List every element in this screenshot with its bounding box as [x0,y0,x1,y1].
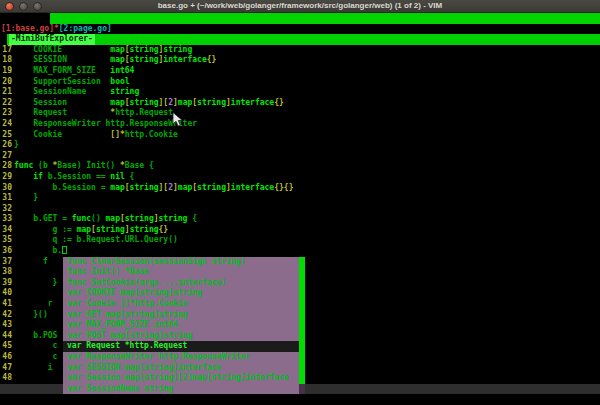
code-text: SupportSession bool [14,77,130,88]
code-line[interactable]: 30 b.Session = map[string][2]map[string]… [0,183,600,194]
completion-item[interactable]: var SESSION map[string]interface [63,363,299,374]
tabline-fill [50,13,600,24]
code-text: r [14,299,53,310]
line-number: 31 [0,193,12,204]
line-number: 45 [0,341,12,352]
code-line[interactable]: 18 SESSION map[string]interface{} [0,55,600,66]
block-cursor [62,246,67,254]
line-number: 25 [0,130,12,141]
command-line: -- 全能补全 (^O^N^P) 匹配 9 / 14 [0,394,600,405]
code-text: SessionName string [14,87,139,98]
line-number: 46 [0,352,12,363]
code-text: } [14,140,19,151]
line-number: 35 [0,235,12,246]
code-line[interactable]: 35 q := b.Request.URL.Query() [0,235,600,246]
code-line[interactable]: 17 COOKIE map[string]string [0,45,600,56]
code-text: Cookie []*http.Cookie [14,130,178,141]
line-number: 41 [0,299,12,310]
completion-item[interactable]: var Session map[string][2]map[string]int… [63,373,299,384]
buffer-tab-base-go[interactable]: [1:base.go]* [1,24,59,33]
completion-item[interactable]: var SessionName string [63,384,299,395]
code-line[interactable]: 28func (b *Base) Init() *Base { [0,161,600,172]
code-line[interactable]: 25 Cookie []*http.Cookie [0,130,600,141]
code-line[interactable]: 26} [0,140,600,151]
code-text: if b.Session == nil { [14,172,134,183]
tabline: 2+ base.go [0,13,600,24]
code-line[interactable]: 29 if b.Session == nil { [0,172,600,183]
completion-item[interactable]: func ClearSession(sessionSign string) [63,257,299,268]
code-text: Request *http.Request [14,108,173,119]
code-text: b.GET = func() map[string]string { [14,214,197,225]
code-line[interactable]: 22 Session map[string][2]map[string]inte… [0,98,600,109]
code-text: }() [14,310,48,321]
line-number: 43 [0,320,12,331]
code-text: } [14,193,38,204]
line-number: 34 [0,225,12,236]
completion-item[interactable]: var COOKIE map[string]string [63,288,299,299]
completion-item[interactable]: var GET map[string]string [63,310,299,321]
code-text: i [14,363,53,374]
line-number: 28 [0,161,12,172]
code-line[interactable]: 24 ResponseWriter http.ResponseWriter [0,119,600,130]
maximize-icon[interactable] [33,2,42,11]
line-number: 42 [0,310,12,321]
completion-item[interactable]: func SetCookie(args ...interface) [63,278,299,289]
code-text: c [14,341,57,352]
title-bar[interactable]: base.go + (~/work/web/golanger/framework… [0,0,600,13]
mouse-pointer-icon [172,112,184,128]
buffer-tab-page-go[interactable]: [2:page.go] [59,24,112,33]
minibuf-statusline-bar [7,34,600,45]
completion-item[interactable]: var MAX_FORM_SIZE int64 [63,320,299,331]
line-number: 27 [0,151,12,162]
line-number: 29 [0,172,12,183]
completion-item[interactable]: var POST map[string]string [63,331,299,342]
minibuf-statusline: 6 -MiniBufExplorer- [-] [none,utf-8,unix… [0,34,600,45]
code-text: f [14,257,48,268]
line-number: 23 [0,108,12,119]
code-text: b.POS [14,331,57,342]
completion-item[interactable]: func Init() *Base [63,267,299,278]
code-line[interactable]: 23 Request *http.Request [0,108,600,119]
code-text: } [14,278,57,289]
line-number: 22 [0,98,12,109]
code-text: SESSION map[string]interface{} [14,55,216,66]
completion-item[interactable]: var Cookie []*http.Cookie [63,299,299,310]
completion-item[interactable]: var Request *http.Request [63,341,305,352]
code-text: COOKIE map[string]string [14,45,192,56]
code-line[interactable]: 27 [0,151,600,162]
line-number: 36 [0,246,12,257]
code-text: func (b *Base) Init() *Base { [14,161,154,172]
line-number: 20 [0,77,12,88]
code-line[interactable]: 21 SessionName string [0,87,600,98]
line-number: 26 [0,140,12,151]
code-line[interactable]: 36 b. [0,246,600,257]
buffer-list: [1:base.go]*[2:page.go] [0,24,600,35]
popup-scrollbar-thumb[interactable] [299,257,305,384]
line-number: 47 [0,363,12,374]
completion-item[interactable]: var ResponseWriter http.ResponseWriter [63,352,299,363]
code-line[interactable]: 31 } [0,193,600,204]
code-text: b.Session = map[string][2]map[string]int… [14,183,293,194]
popup-scrollbar[interactable] [299,257,305,395]
line-number: 39 [0,278,12,289]
code-text: Session map[string][2]map[string]interfa… [14,98,284,109]
close-icon[interactable] [5,2,14,11]
line-number: 32 [0,204,12,215]
code-line[interactable]: 33 b.GET = func() map[string]string { [0,214,600,225]
code-line[interactable]: 32 [0,204,600,215]
code-text: c [14,352,57,363]
line-number: 44 [0,331,12,342]
line-number: 38 [0,267,12,278]
code-line[interactable]: 20 SupportSession bool [0,77,600,88]
code-line[interactable]: 34 g := map[string]string{} [0,225,600,236]
code-text: g := map[string]string{} [14,225,168,236]
minimize-icon[interactable] [19,2,28,11]
code-text: b. [14,246,67,257]
code-text: ResponseWriter http.ResponseWriter [14,119,197,130]
minibuf-title: -MiniBufExplorer- [9,34,95,45]
line-number: 33 [0,214,12,225]
line-number: 21 [0,87,12,98]
line-number: 37 [0,257,12,268]
code-line[interactable]: 19 MAX_FORM_SIZE int64 [0,66,600,77]
window-title: base.go + (~/work/web/golanger/framework… [0,0,600,12]
